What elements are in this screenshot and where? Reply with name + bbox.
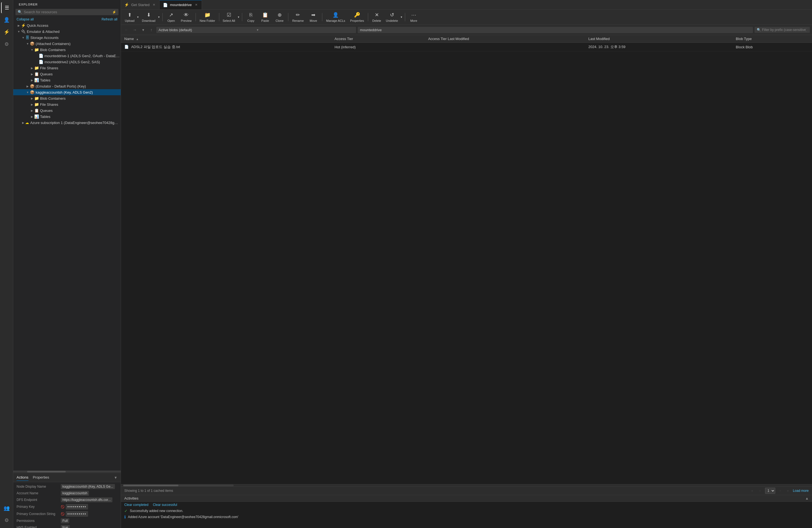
menu-icon[interactable]: ☰: [1, 2, 12, 13]
paste-button[interactable]: 📋 Paste: [258, 11, 272, 24]
forward-btn[interactable]: →: [131, 27, 138, 33]
storage-label: Storage Accounts: [30, 35, 59, 40]
manage-acls-button[interactable]: 👤 Manage ACLs: [324, 11, 347, 24]
tab-get-started[interactable]: ⚡ Get Started ✕: [121, 0, 160, 10]
download-dropdown-btn[interactable]: ▼: [157, 11, 161, 24]
tree-item-tables-1[interactable]: ▶ 📊 Tables: [13, 77, 121, 83]
upload-button[interactable]: ⬆ Upload: [123, 11, 136, 24]
close-get-started-btn[interactable]: ✕: [151, 2, 156, 7]
tree-item-emulator-attached[interactable]: ▼ 🔌 Emulator & Attached: [13, 28, 121, 34]
new-folder-button[interactable]: 📁 New Folder: [198, 11, 217, 24]
tree-item-emulator-default[interactable]: ▶ 📦 (Emulator - Default Ports) (Key): [13, 83, 121, 89]
toolbar-sep-6: [322, 13, 322, 21]
cell-access-tier: Hot (inferred): [331, 43, 425, 52]
first-page-btn[interactable]: «: [750, 488, 755, 494]
arrow-blob2: ▶: [30, 97, 34, 100]
tree-item-file-shares-2[interactable]: ▶ 📁 File Shares: [13, 101, 121, 107]
refresh-all-link[interactable]: Refresh all: [102, 17, 117, 21]
page-select[interactable]: 1: [765, 488, 775, 494]
extensions-icon[interactable]: ⚡: [1, 27, 12, 38]
tree-item-file-shares-1[interactable]: ▶ 📁 File Shares: [13, 65, 121, 71]
undelete-dropdown-btn[interactable]: ▼: [400, 11, 403, 24]
open-button[interactable]: ↗ Open: [164, 11, 178, 24]
filter-input[interactable]: [762, 28, 806, 32]
activities-collapse-btn[interactable]: ▲: [805, 496, 809, 500]
select-all-button[interactable]: ☑ Select All: [221, 11, 237, 24]
select-all-dropdown-btn[interactable]: ▼: [237, 11, 240, 24]
cell-blob-type: Block Blob: [733, 43, 812, 52]
tree-item-azure-subscription[interactable]: ▶ ☁ Azure subscription 1 (DataEngineer@s…: [13, 120, 121, 126]
properties-button[interactable]: 🔑 Properties: [348, 11, 366, 24]
tables-1-icon: 📊: [34, 78, 39, 82]
preview-button[interactable]: 👁 Preview: [179, 11, 194, 24]
undelete-button[interactable]: ↺ Undelete: [384, 11, 400, 24]
tree-item-blob-containers-2[interactable]: ▶ 📁 Blob Containers: [13, 95, 121, 101]
horizontal-scrollbar[interactable]: [121, 484, 812, 486]
info-icon: ℹ: [124, 515, 126, 519]
table-row[interactable]: 📄 ADSL2 파일 업로드 실습 중.txt Hot (inferred) 2…: [121, 43, 812, 52]
load-more-btn[interactable]: Load more: [793, 489, 809, 493]
activity-info-msg: Added Azure account 'DataEngineer@seohee…: [128, 515, 238, 519]
tree-item-attached-containers[interactable]: ▼ 📦 (Attached Containers): [13, 41, 121, 47]
user-icon[interactable]: 👤: [1, 14, 12, 25]
more-button[interactable]: ⋯ More: [407, 11, 421, 24]
arrow-azure: ▶: [21, 121, 25, 124]
accounts-bottom-icon[interactable]: 👥: [1, 503, 12, 514]
toolbar-sep-4: [242, 13, 242, 21]
manage-bottom-icon[interactable]: ⚙: [1, 515, 12, 526]
search-input[interactable]: [24, 10, 111, 14]
upload-dropdown-btn[interactable]: ▼: [136, 11, 140, 24]
col-name[interactable]: Name ▲: [121, 35, 331, 43]
activity-item-success: ✓ Successfully added new connection.: [121, 508, 812, 514]
collapse-all-link[interactable]: Collapse all: [17, 17, 34, 21]
delete-button[interactable]: ✕ Delete: [370, 11, 383, 24]
col-access-tier[interactable]: Access Tier: [331, 35, 425, 43]
tree-item-mounteddrive-2[interactable]: ▶ 📄 mounteddrive2 (ADLS Gen2, SAS): [13, 59, 121, 65]
properties-label: Properties: [350, 19, 364, 23]
tree-item-blob-containers-1[interactable]: ▼ 📁 Blob Containers: [13, 47, 121, 53]
download-button[interactable]: ⬇ Download: [140, 11, 157, 24]
clear-completed-btn[interactable]: Clear completed: [124, 503, 148, 507]
clear-successful-btn[interactable]: Clear successful: [153, 503, 177, 507]
back-btn[interactable]: ←: [123, 27, 130, 33]
filter-icon[interactable]: ⚡: [112, 10, 116, 14]
bottom-panel-header: Actions Properties ▼: [13, 473, 121, 482]
tab-actions[interactable]: Actions: [17, 474, 28, 481]
manage-acls-icon: 👤: [333, 12, 338, 18]
tab-properties[interactable]: Properties: [33, 474, 49, 481]
col-blob-type[interactable]: Blob Type: [733, 35, 812, 43]
up-btn[interactable]: ↑: [148, 27, 155, 33]
tree-item-mounteddrive-1[interactable]: ▶ 📄 mounteddrive-1 (ADLS Gen2, OAuth - D…: [13, 53, 121, 59]
sort-name-icon: ▲: [136, 38, 139, 41]
search-box[interactable]: 🔍 ⚡: [15, 9, 118, 15]
get-started-tab-icon: ⚡: [124, 2, 129, 7]
explorer-horizontal-scroll[interactable]: [13, 471, 121, 473]
file-shares-2-label: File Shares: [40, 102, 58, 107]
queues-1-icon: 📋: [34, 72, 39, 76]
toolbar-sep-5: [288, 13, 288, 21]
move-button[interactable]: ➡ Move: [307, 11, 320, 24]
tree-item-queues-1[interactable]: ▶ 📋 Queues: [13, 71, 121, 77]
last-page-btn[interactable]: »: [785, 488, 791, 494]
rename-button[interactable]: ✏ Rename: [290, 11, 306, 24]
tree-item-quick-access[interactable]: ▶ ⚡ Quick Access: [13, 23, 121, 28]
tree-item-tables-2[interactable]: ▶ 📊 Tables: [13, 114, 121, 120]
tree-item-kaggle-account[interactable]: ▼ 📦 kaggleaccountsh (Key, ADLS Gen2): [13, 89, 121, 95]
tree-item-storage-accounts[interactable]: ▼ 🗄 Storage Accounts: [13, 34, 121, 41]
tree-item-queues-2[interactable]: ▶ 📋 Queues: [13, 107, 121, 114]
next-page-btn[interactable]: ›: [778, 488, 783, 494]
col-last-modified[interactable]: Last Modified: [585, 35, 733, 43]
close-mounteddrive-btn[interactable]: ✕: [194, 3, 198, 7]
copy-button[interactable]: ⎘ Copy: [244, 11, 258, 24]
collapse-bottom-panel-btn[interactable]: ▼: [114, 475, 117, 480]
settings-icon[interactable]: ⚙: [1, 39, 12, 50]
prev-page-btn[interactable]: ‹: [757, 488, 763, 494]
arrow-fs2: ▶: [30, 103, 34, 106]
path-input[interactable]: [358, 27, 753, 33]
clone-button[interactable]: ⊕ Clone: [273, 11, 286, 24]
dropdown-nav-btn[interactable]: ▾: [140, 27, 146, 33]
blob-type-dropdown[interactable]: Active blobs (default) ▼: [156, 27, 356, 33]
tab-mounteddrive[interactable]: 📄 mounteddrive ✕: [160, 0, 202, 10]
col-access-tier-modified[interactable]: Access Tier Last Modified: [425, 35, 585, 43]
address-bar: ← → ▾ ↑ Active blobs (default) ▼ 🔍: [121, 25, 812, 35]
